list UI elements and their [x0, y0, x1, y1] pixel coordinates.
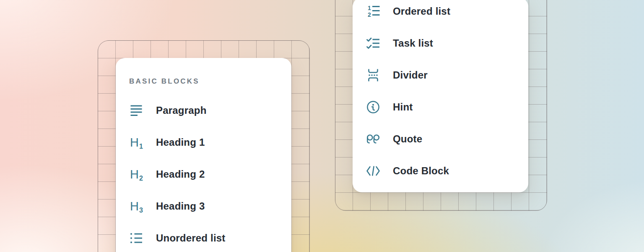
menu-item-task-list[interactable]: Task list [353, 27, 528, 59]
menu-item-ordered-list[interactable]: 1 2 Ordered list [353, 0, 528, 27]
menu-item-label: Paragraph [156, 105, 207, 116]
menu-item-label: Unordered list [156, 232, 226, 244]
menu-item-heading-3[interactable]: H3 Heading 3 [116, 190, 291, 222]
menu-item-divider[interactable]: Divider [353, 59, 528, 91]
menu-item-quote[interactable]: Quote [353, 123, 528, 155]
menu-list-left: Paragraph H1 Heading 1 H2 Heading 2 H3 H… [116, 94, 291, 252]
menu-item-hint[interactable]: Hint [353, 91, 528, 123]
heading-3-icon: H3 [129, 199, 143, 213]
menu-item-heading-2[interactable]: H2 Heading 2 [116, 158, 291, 190]
ordered-list-icon: 1 2 [366, 4, 380, 18]
menu-item-unordered-list[interactable]: Unordered list [116, 222, 291, 252]
heading-1-icon: H1 [129, 135, 143, 150]
menu-item-label: Divider [393, 69, 428, 81]
code-block-icon [366, 164, 380, 178]
basic-blocks-menu: BASIC BLOCKS Paragraph H1 Heading 1 [116, 58, 291, 252]
blocks-menu-continued: 1 2 Ordered list [353, 0, 528, 192]
paragraph-icon [129, 103, 143, 118]
heading-2-icon: H2 [129, 167, 143, 181]
menu-item-label: Ordered list [393, 5, 450, 17]
menu-item-label: Heading 2 [156, 168, 205, 180]
task-list-icon [366, 36, 380, 50]
menu-item-label: Heading 3 [156, 200, 205, 212]
hint-icon [366, 100, 380, 114]
quote-icon [366, 132, 380, 146]
unordered-list-icon [129, 231, 143, 245]
svg-text:2: 2 [368, 11, 371, 18]
menu-list-right: 1 2 Ordered list [353, 0, 528, 187]
menu-item-label: Quote [393, 133, 422, 145]
divider-icon [366, 68, 380, 82]
section-label: BASIC BLOCKS [129, 77, 291, 86]
menu-item-label: Task list [393, 37, 433, 49]
menu-item-paragraph[interactable]: Paragraph [116, 94, 291, 126]
hero-background: BASIC BLOCKS Paragraph H1 Heading 1 [0, 0, 644, 252]
menu-item-code-block[interactable]: Code Block [353, 155, 528, 187]
svg-text:1: 1 [368, 5, 371, 11]
menu-item-label: Hint [393, 101, 413, 113]
menu-item-heading-1[interactable]: H1 Heading 1 [116, 126, 291, 158]
menu-item-label: Heading 1 [156, 136, 205, 148]
menu-item-label: Code Block [393, 165, 449, 177]
